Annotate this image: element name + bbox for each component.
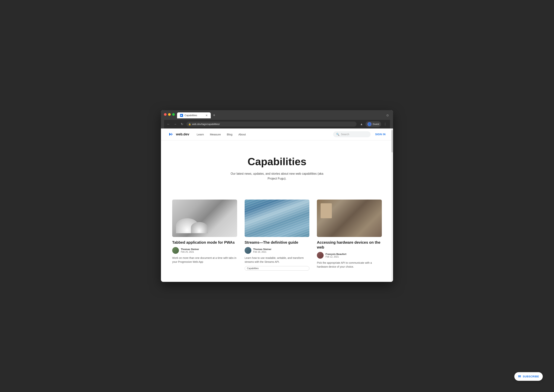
- browser-actions: ▲ 👤 Guest ⋮: [359, 121, 388, 127]
- author-name-2: Thomas Steiner: [253, 248, 272, 251]
- address-bar: ← → ↻ 🔒 ▲ 👤 Guest ⋮: [164, 120, 390, 128]
- svg-marker-0: [181, 115, 182, 116]
- nav-link-learn[interactable]: Learn: [197, 133, 204, 136]
- author-info-3: François Beaufort Feb 12, 2021: [326, 253, 346, 258]
- scroll-indicator[interactable]: [391, 128, 393, 282]
- signin-button[interactable]: SIGN IN: [375, 133, 385, 136]
- author-row-3: François Beaufort Feb 12, 2021: [317, 252, 382, 259]
- author-avatar-3: [317, 252, 324, 259]
- author-date-1: Feb 25, 2021: [181, 251, 199, 253]
- address-input[interactable]: [186, 122, 356, 127]
- author-avatar-2: [245, 247, 251, 254]
- article-card[interactable]: Tabbed application mode for PWAs Thomas …: [172, 200, 237, 271]
- hero-title: Capabilities: [169, 155, 385, 168]
- more-options-button[interactable]: ⋮: [383, 122, 388, 127]
- hero-description: Our latest news, updates, and stories ab…: [230, 171, 324, 181]
- article-excerpt-3: Pick the appropriate API to communicate …: [317, 261, 382, 269]
- author-date-3: Feb 12, 2021: [326, 255, 346, 258]
- profile-avatar: 👤: [367, 122, 371, 126]
- article-title-3: Accessing hardware devices on the web: [317, 240, 382, 250]
- logo-text: web.dev: [176, 133, 189, 136]
- author-row-2: Thomas Steiner Feb 19, 2021: [245, 247, 310, 254]
- extensions-icon[interactable]: ▲: [359, 122, 364, 127]
- site-wrapper: web.dev Learn Measure Blog About 🔍 Searc…: [161, 128, 393, 282]
- browser-settings-icon[interactable]: ⊙: [385, 113, 390, 118]
- author-avatar-1: [172, 247, 179, 254]
- traffic-lights: [164, 113, 175, 116]
- article-excerpt-1: Work on more than one document at a time…: [172, 256, 237, 264]
- tab-close-button[interactable]: ✕: [206, 114, 208, 117]
- article-image-2: [245, 200, 310, 237]
- profile-button[interactable]: 👤 Guest: [366, 121, 381, 127]
- nav-link-measure[interactable]: Measure: [210, 133, 221, 136]
- article-grid: Tabbed application mode for PWAs Thomas …: [161, 192, 393, 282]
- tab-bar: Capabilities ✕ +: [177, 112, 217, 118]
- article-title-2: Streams—The definitive guide: [245, 240, 310, 245]
- browser-chrome: Capabilities ✕ + ⊙ ← → ↻ 🔒 ▲ 👤 Guest: [161, 110, 393, 128]
- search-icon: 🔍: [336, 133, 339, 136]
- article-card[interactable]: Streams—The definitive guide Thomas Stei…: [245, 200, 310, 271]
- nav-link-about[interactable]: About: [238, 133, 246, 136]
- subscribe-label: SUBSCRIBE: [523, 375, 539, 378]
- article-excerpt-2: Learn how to use readable, writable, and…: [245, 256, 310, 264]
- article-image-1: [172, 200, 237, 237]
- author-info-2: Thomas Steiner Feb 19, 2021: [253, 248, 272, 253]
- subscribe-button[interactable]: ✉ SUBSCRIBE: [514, 372, 543, 381]
- site-logo[interactable]: web.dev: [169, 131, 189, 137]
- lock-icon: 🔒: [188, 123, 191, 126]
- new-tab-button[interactable]: +: [211, 112, 217, 118]
- nav-links: Learn Measure Blog About: [197, 133, 333, 136]
- logo-icon: [169, 131, 174, 137]
- tag-chip-capabilities[interactable]: Capabilities: [245, 266, 310, 271]
- maximize-button[interactable]: [172, 113, 175, 116]
- author-info-1: Thomas Steiner Feb 25, 2021: [181, 248, 199, 253]
- site-nav: web.dev Learn Measure Blog About 🔍 Searc…: [161, 128, 393, 140]
- svg-marker-2: [171, 133, 173, 136]
- address-bar-container[interactable]: 🔒: [186, 122, 356, 127]
- scroll-thumb: [391, 130, 393, 152]
- tab-favicon: [180, 114, 183, 117]
- active-tab[interactable]: Capabilities ✕: [177, 112, 211, 118]
- author-date-2: Feb 19, 2021: [253, 251, 272, 253]
- tab-title: Capabilities: [185, 114, 204, 117]
- author-name-1: Thomas Steiner: [181, 248, 199, 251]
- nav-right: 🔍 Search SIGN IN: [333, 131, 385, 137]
- nav-link-blog[interactable]: Blog: [227, 133, 233, 136]
- back-button[interactable]: ←: [166, 122, 171, 126]
- svg-marker-1: [169, 133, 171, 136]
- search-placeholder: Search: [341, 133, 349, 136]
- search-box[interactable]: 🔍 Search: [333, 131, 370, 137]
- forward-button[interactable]: →: [173, 122, 178, 126]
- article-image-3: [317, 200, 382, 237]
- author-row-1: Thomas Steiner Feb 25, 2021: [172, 247, 237, 254]
- profile-label: Guest: [373, 123, 379, 126]
- subscribe-icon: ✉: [518, 374, 521, 378]
- minimize-button[interactable]: [168, 113, 171, 116]
- article-title-1: Tabbed application mode for PWAs: [172, 240, 237, 245]
- close-button[interactable]: [164, 113, 167, 116]
- hero-section: Capabilities Our latest news, updates, a…: [161, 140, 393, 192]
- author-name-3: François Beaufort: [326, 253, 346, 255]
- browser-window: Capabilities ✕ + ⊙ ← → ↻ 🔒 ▲ 👤 Guest: [161, 110, 393, 282]
- article-card[interactable]: Accessing hardware devices on the web Fr…: [317, 200, 382, 271]
- reload-button[interactable]: ↻: [180, 122, 184, 126]
